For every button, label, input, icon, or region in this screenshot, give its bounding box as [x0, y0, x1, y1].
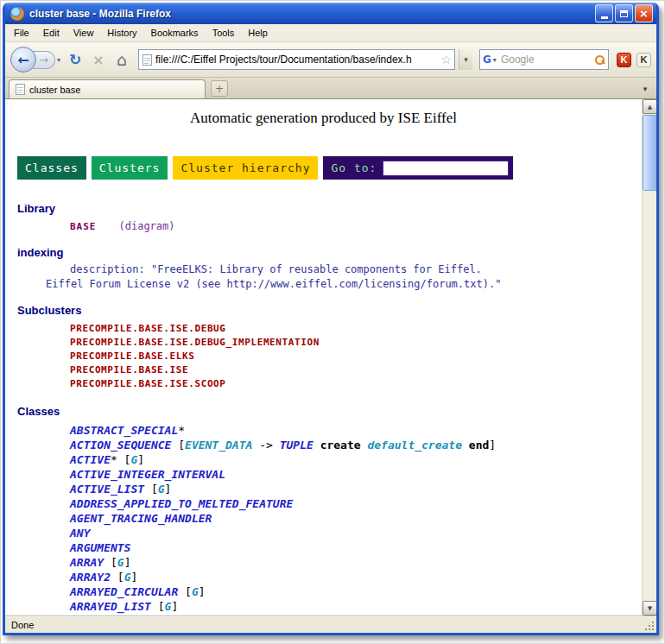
class-link[interactable]: ADDRESS_APPLIED_TO_MELTED_FEATURE: [70, 497, 293, 510]
class-entry: ARRAY2 [G]: [70, 570, 642, 584]
url-dropdown-button[interactable]: ▾: [459, 49, 472, 70]
class-link[interactable]: ARRAY: [70, 556, 104, 569]
code-text: * [: [111, 453, 130, 466]
class-link[interactable]: AGENT_TRACING_HANDLER: [70, 512, 212, 525]
document-area: Automatic generation produced by ISE Eif…: [5, 99, 642, 616]
scrollbar-thumb[interactable]: [643, 115, 656, 191]
page-button-classes[interactable]: Classes: [17, 156, 86, 180]
classes-list: ABSTRACT_SPECIAL*ACTION_SEQUENCE [EVENT_…: [70, 423, 642, 616]
tab-cluster-base[interactable]: cluster base: [9, 79, 206, 98]
page-banner: Automatic generation produced by ISE Eif…: [5, 99, 642, 127]
extension-icon-red[interactable]: K: [617, 53, 631, 67]
indexing-heading: indexing: [17, 246, 642, 259]
menu-bookmarks[interactable]: Bookmarks: [144, 25, 206, 41]
scroll-down-button[interactable]: ▼: [643, 601, 656, 616]
subclusters-list: PRECOMPILE.BASE.ISE.DEBUGPRECOMPILE.BASE…: [70, 322, 642, 391]
subcluster-link[interactable]: PRECOMPILE.BASE.ELKS: [70, 350, 642, 363]
menu-view[interactable]: View: [66, 25, 101, 41]
menu-edit[interactable]: Edit: [36, 25, 66, 41]
page-button-clusters[interactable]: Clusters: [92, 156, 168, 180]
code-text: ]: [199, 585, 206, 598]
generic-param-link[interactable]: G: [192, 585, 199, 598]
diagram-link[interactable]: (diagram): [119, 220, 175, 232]
tab-label: cluster base: [29, 85, 80, 95]
class-link[interactable]: ACTION_SEQUENCE: [70, 439, 171, 451]
code-text: ]: [130, 571, 137, 584]
indexing-line-2: Eiffel Forum License v2 (see http://www.…: [46, 278, 642, 290]
class-link[interactable]: TUPLE: [280, 439, 314, 451]
class-entry: ARRAYED_CIRCULAR [G]: [70, 584, 642, 599]
new-tab-button[interactable]: +: [211, 80, 228, 97]
code-text: ]: [165, 483, 172, 496]
base-cluster-link[interactable]: BASE: [70, 221, 97, 232]
list-all-tabs-button[interactable]: ▾: [637, 80, 653, 97]
subcluster-link[interactable]: PRECOMPILE.BASE.ISE.DEBUG_IMPLEMENTATION: [70, 336, 642, 350]
back-button[interactable]: ←: [10, 47, 36, 73]
class-link[interactable]: ACTIVE_INTEGER_INTERVAL: [70, 468, 225, 481]
tab-bar: cluster base + ▾: [5, 78, 656, 99]
code-text: *: [178, 424, 185, 437]
code-text: create: [320, 439, 361, 451]
class-link[interactable]: ACTIVE_LIST: [70, 483, 144, 496]
vertical-scrollbar[interactable]: ▲ ▼: [642, 99, 656, 616]
class-entry: ARGUMENTS: [70, 540, 642, 555]
generic-param-link[interactable]: G: [117, 556, 124, 569]
subcluster-link[interactable]: PRECOMPILE.BASE.ISE: [70, 363, 642, 377]
minimize-icon: [601, 16, 608, 19]
generic-param-link[interactable]: G: [158, 483, 165, 496]
extension-icon-k[interactable]: K: [636, 53, 651, 67]
maximize-button[interactable]: [615, 4, 633, 22]
firefox-logo-icon: [10, 7, 24, 21]
code-text: [: [144, 483, 158, 496]
title-bar[interactable]: cluster base - Mozilla Firefox ×: [5, 3, 656, 24]
class-link[interactable]: ARRAY2: [70, 571, 111, 584]
history-dropdown-icon[interactable]: ▾: [55, 56, 62, 64]
scroll-up-button[interactable]: ▲: [643, 99, 656, 114]
resize-grip[interactable]: [643, 620, 654, 630]
code-text: [: [171, 439, 185, 451]
menu-tools[interactable]: Tools: [206, 25, 242, 41]
library-heading: Library: [17, 202, 642, 215]
classes-heading: Classes: [17, 405, 642, 418]
maximize-icon: [620, 10, 628, 17]
class-link[interactable]: ACTIVE: [70, 453, 111, 466]
status-bar: Done: [5, 616, 656, 633]
refresh-button[interactable]: ↻: [65, 49, 86, 70]
bookmark-star-icon[interactable]: ☆: [438, 53, 454, 66]
stop-button[interactable]: ×: [88, 49, 109, 70]
tab-favicon: [16, 84, 25, 95]
class-link[interactable]: ARRAYED_LIST: [70, 600, 151, 613]
window-controls: ×: [595, 4, 653, 22]
generic-param-link[interactable]: default_create: [367, 439, 462, 451]
class-entry: ABSTRACT_SPECIAL*: [70, 423, 642, 438]
url-input[interactable]: [152, 54, 438, 66]
menu-file[interactable]: File: [7, 25, 36, 41]
minimize-button[interactable]: [595, 4, 613, 22]
goto-input[interactable]: [383, 161, 509, 176]
code-text: [: [111, 571, 124, 584]
code-text: [: [151, 600, 165, 613]
search-bar[interactable]: G ▾: [479, 49, 609, 70]
class-entry: ACTIVE_LIST [G]: [70, 482, 642, 496]
home-button[interactable]: ⌂: [111, 49, 132, 70]
class-entry: ADDRESS_APPLIED_TO_MELTED_FEATURE: [70, 496, 642, 511]
search-engine-dropdown-icon[interactable]: ▾: [491, 56, 498, 64]
menu-history[interactable]: History: [100, 25, 143, 41]
class-link[interactable]: ANY: [70, 527, 90, 540]
close-button[interactable]: ×: [635, 4, 653, 22]
menu-help[interactable]: Help: [241, 25, 275, 41]
code-text: ->: [252, 439, 279, 451]
window-title: cluster base - Mozilla Firefox: [29, 8, 595, 20]
search-input[interactable]: [498, 54, 594, 66]
class-entry: ARRAYED_LIST [G]: [70, 599, 642, 614]
generic-param-link[interactable]: EVENT_DATA: [185, 439, 252, 451]
class-link[interactable]: ARGUMENTS: [70, 541, 130, 554]
subcluster-link[interactable]: PRECOMPILE.BASE.ISE.SCOOP: [70, 377, 642, 391]
class-link[interactable]: ABSTRACT_SPECIAL: [70, 424, 178, 437]
class-link[interactable]: ARRAYED_CIRCULAR: [70, 585, 178, 598]
url-bar[interactable]: ☆: [138, 49, 455, 70]
page-button-cluster-hierarchy[interactable]: Cluster hierarchy: [173, 156, 318, 180]
goto-box: Go to:: [323, 156, 513, 180]
search-go-icon[interactable]: [594, 54, 605, 66]
subcluster-link[interactable]: PRECOMPILE.BASE.ISE.DEBUG: [70, 322, 642, 336]
